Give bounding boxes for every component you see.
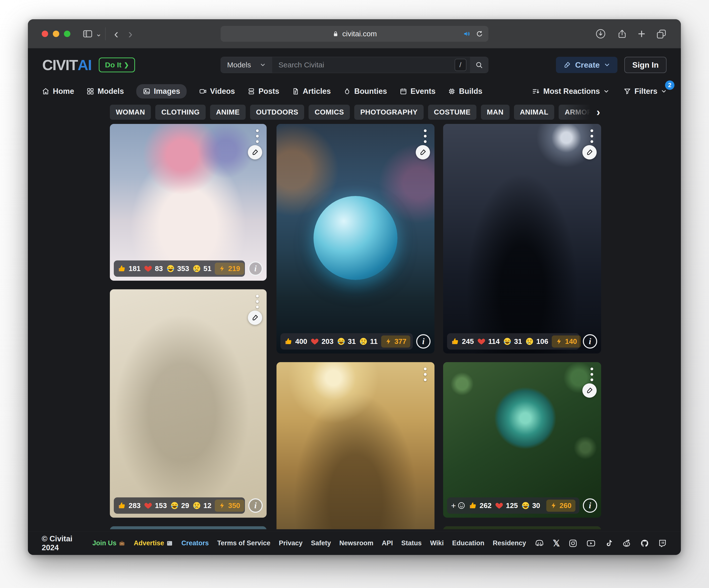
laugh-reaction[interactable]: 30	[521, 501, 540, 510]
card-image[interactable]	[110, 289, 267, 518]
x-twitter-icon[interactable]: 𝕏	[553, 538, 560, 549]
remix-brush-button[interactable]	[582, 383, 597, 398]
cry-reaction[interactable]: 12	[192, 501, 211, 510]
heart-reaction[interactable]: 83	[144, 264, 163, 273]
image-card[interactable]: 283 153 29 12	[110, 289, 267, 518]
nav-images[interactable]: Images	[136, 84, 187, 99]
remix-brush-button[interactable]	[248, 145, 262, 159]
footer-link-privacy[interactable]: Privacy	[279, 539, 303, 547]
partial-card[interactable]	[110, 526, 267, 529]
thumbs-up-reaction[interactable]: 181	[118, 264, 140, 273]
heart-reaction[interactable]: 114	[477, 337, 500, 346]
heart-reaction[interactable]: 203	[311, 337, 333, 346]
category-chip[interactable]: COMICS	[309, 105, 350, 120]
create-button[interactable]: Create	[556, 57, 618, 73]
category-chip[interactable]: ANIME	[210, 105, 246, 120]
image-card[interactable]: 400 203 31 11	[277, 124, 435, 353]
info-button[interactable]: i	[248, 261, 263, 276]
category-chip[interactable]: OUTDOORS	[250, 105, 305, 120]
category-chip[interactable]: WOMAN	[110, 105, 151, 120]
footer-link-safety[interactable]: Safety	[311, 539, 331, 547]
share-icon[interactable]	[617, 28, 628, 39]
footer-link-api[interactable]: API	[382, 539, 393, 547]
minimize-window-button[interactable]	[53, 31, 59, 37]
downloads-icon[interactable]	[595, 28, 606, 39]
info-button[interactable]: i	[583, 499, 597, 513]
nav-posts[interactable]: Posts	[247, 87, 279, 96]
card-menu-icon[interactable]	[590, 368, 593, 381]
tab-overview-icon[interactable]	[656, 28, 667, 39]
nav-bounties[interactable]: Bounties	[343, 87, 387, 96]
card-image[interactable]	[110, 124, 267, 281]
nav-builds[interactable]: Builds	[448, 87, 482, 96]
footer-link-status[interactable]: Status	[401, 539, 422, 547]
discord-icon[interactable]	[534, 538, 544, 548]
search-input[interactable]	[279, 61, 451, 69]
remix-brush-button[interactable]	[416, 145, 430, 159]
footer-link-terms[interactable]: Terms of Service	[217, 539, 270, 547]
category-chip[interactable]: MAN	[481, 105, 509, 120]
zap-reaction[interactable]: 377	[381, 336, 410, 348]
sort-dropdown[interactable]: Most Reactions	[532, 87, 609, 96]
laugh-reaction[interactable]: 31	[503, 337, 522, 346]
forward-button[interactable]: ›	[128, 27, 132, 40]
do-it-button[interactable]: Do It❯	[99, 57, 135, 72]
image-card[interactable]: 181 83 353 51	[110, 124, 267, 281]
image-card[interactable]: 245 114 31 106	[443, 124, 601, 353]
remix-brush-button[interactable]	[248, 311, 262, 325]
nav-models[interactable]: Models	[86, 87, 124, 96]
cry-reaction[interactable]: 11	[359, 337, 378, 346]
card-menu-icon[interactable]	[256, 129, 259, 143]
image-card[interactable]: + 262 125 30	[443, 362, 601, 518]
nav-videos[interactable]: Videos	[199, 87, 235, 96]
footer-link-wiki[interactable]: Wiki	[430, 539, 444, 547]
category-chip[interactable]: PHOTOGRAPHY	[354, 105, 423, 120]
thumbs-up-reaction[interactable]: 262	[469, 501, 492, 510]
reddit-icon[interactable]	[622, 538, 631, 548]
nav-events[interactable]: Events	[399, 87, 436, 96]
sidebar-toggle-icon[interactable]	[82, 28, 93, 39]
categories-scroll-right-button[interactable]: ›	[564, 103, 602, 121]
remix-brush-button[interactable]	[582, 145, 597, 159]
thumbs-up-reaction[interactable]: 245	[451, 337, 474, 346]
laugh-reaction[interactable]: 353	[166, 264, 189, 273]
heart-reaction[interactable]: 125	[495, 501, 518, 510]
info-button[interactable]: i	[248, 499, 263, 513]
heart-reaction[interactable]: 153	[144, 501, 167, 510]
card-image[interactable]	[277, 362, 435, 529]
footer-link-join-us[interactable]: Join Us	[92, 539, 125, 547]
laugh-reaction[interactable]: 31	[337, 337, 356, 346]
zap-reaction[interactable]: 219	[215, 263, 244, 275]
zap-reaction[interactable]: 260	[546, 500, 575, 512]
partial-card[interactable]	[443, 526, 601, 529]
card-menu-icon[interactable]	[256, 295, 259, 308]
filters-button[interactable]: Filters 2	[623, 87, 667, 96]
zap-reaction[interactable]: 350	[215, 500, 244, 512]
category-chip[interactable]: CLOTHING	[155, 105, 205, 120]
card-menu-icon[interactable]	[590, 129, 593, 143]
address-bar[interactable]: civitai.com	[220, 26, 488, 42]
nav-home[interactable]: Home	[42, 87, 74, 96]
github-icon[interactable]	[640, 539, 649, 548]
card-menu-icon[interactable]	[424, 368, 427, 381]
cry-reaction[interactable]: 106	[525, 337, 548, 346]
footer-link-creators[interactable]: Creators	[181, 539, 209, 547]
sign-in-button[interactable]: Sign In	[624, 57, 666, 73]
zoom-window-button[interactable]	[64, 31, 70, 37]
nav-articles[interactable]: Articles	[292, 87, 331, 96]
card-image[interactable]	[443, 124, 601, 353]
image-card[interactable]	[277, 362, 435, 529]
civitai-logo[interactable]: CIVITAI	[42, 56, 91, 74]
tiktok-icon[interactable]	[604, 539, 613, 548]
laugh-reaction[interactable]: 29	[170, 501, 189, 510]
thumbs-up-reaction[interactable]: 400	[284, 337, 307, 346]
category-chip[interactable]: COSTUME	[428, 105, 477, 120]
search-button[interactable]	[470, 57, 488, 73]
search-scope-dropdown[interactable]: Models	[221, 57, 272, 73]
instagram-icon[interactable]	[568, 539, 578, 548]
card-menu-icon[interactable]	[424, 129, 427, 143]
audio-playing-icon[interactable]	[463, 30, 471, 38]
new-tab-icon[interactable]: +	[638, 27, 645, 40]
close-window-button[interactable]	[42, 31, 48, 37]
sidebar-chevron-icon[interactable]: ⌄	[96, 29, 102, 38]
